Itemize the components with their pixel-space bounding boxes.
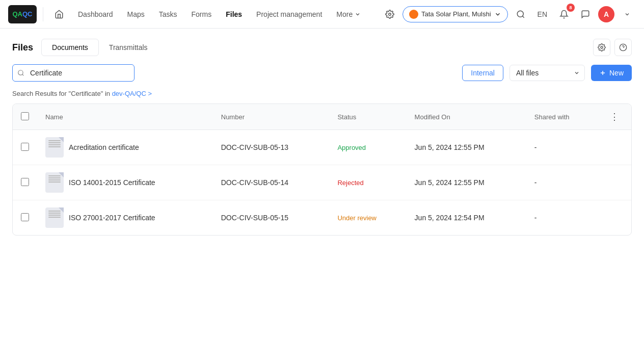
col-name: Name	[37, 104, 213, 130]
svg-point-0	[389, 13, 391, 15]
row1-number: DOC-CIV-SUB-05-13	[213, 130, 330, 165]
row3-checkbox[interactable]	[21, 213, 29, 221]
search-input-wrap	[12, 64, 135, 82]
svg-point-6	[18, 70, 23, 75]
col-number: Number	[213, 104, 330, 130]
nav-more[interactable]: More	[331, 7, 366, 21]
page-settings-btn[interactable]	[593, 39, 610, 56]
language-btn[interactable]: EN	[533, 8, 551, 20]
nav-project-management[interactable]: Project management	[251, 7, 327, 21]
tab-transmittals[interactable]: Transmittals	[99, 39, 158, 56]
row1-checkbox[interactable]	[21, 143, 29, 151]
row3-name-cell: ISO 27001-2017 Certificate	[37, 200, 213, 236]
row3-status: Under review	[329, 200, 406, 236]
row1-status: Approved	[329, 130, 406, 165]
col-modified-on: Modified On	[407, 104, 526, 130]
table-header-row: Name Number Status Modified On Shared wi…	[13, 104, 631, 130]
select-all-checkbox[interactable]	[21, 112, 29, 120]
row2-shared: -	[526, 165, 598, 200]
files-table: Name Number Status Modified On Shared wi…	[13, 104, 631, 235]
col-status: Status	[329, 104, 406, 130]
row2-modified: Jun 5, 2024 12:55 PM	[407, 165, 526, 200]
table-row: ISO 14001-2015 Certificate DOC-CIV-SUB-0…	[13, 165, 631, 200]
logo-qc: QC	[22, 10, 33, 18]
row2-checkbox-cell	[13, 165, 37, 200]
logo: QA QC	[8, 5, 37, 23]
settings-icon-btn[interactable]	[381, 6, 398, 23]
nav-maps[interactable]: Maps	[122, 7, 150, 21]
page-settings-row	[593, 39, 632, 56]
row3-file-icon	[45, 207, 64, 228]
nav-forms[interactable]: Forms	[186, 7, 217, 21]
new-btn-label: New	[609, 69, 624, 77]
nav-dashboard[interactable]: Dashboard	[73, 7, 118, 21]
project-selector[interactable]: Tata Solar Plant, Mulshi	[403, 6, 508, 22]
row3-modified: Jun 5, 2024 12:54 PM	[407, 200, 526, 236]
row2-status: Rejected	[329, 165, 406, 200]
row1-actions	[598, 130, 631, 165]
search-input[interactable]	[12, 64, 135, 82]
row1-modified: Jun 5, 2024 12:55 PM	[407, 130, 526, 165]
notification-badge: 8	[567, 4, 575, 12]
page-help-btn[interactable]	[614, 39, 632, 56]
nav-files[interactable]: Files	[221, 7, 247, 21]
row3-shared: -	[526, 200, 598, 236]
row1-file-icon	[45, 137, 64, 158]
row1-checkbox-cell	[13, 130, 37, 165]
tab-documents[interactable]: Documents	[41, 39, 99, 56]
logo-qa: QA	[13, 10, 23, 18]
row2-file-icon	[45, 172, 64, 193]
tabs: Documents Transmittals	[41, 39, 158, 56]
row2-actions	[598, 165, 631, 200]
col-shared-with: Shared with	[526, 104, 598, 130]
svg-line-7	[22, 74, 24, 76]
files-table-wrap: Name Number Status Modified On Shared wi…	[12, 103, 632, 236]
filter-select-wrap: All files My files Shared with me	[509, 65, 585, 81]
new-btn[interactable]: New	[591, 65, 632, 81]
row1-name-cell: Acreditation certificate	[37, 130, 213, 165]
nav-tasks[interactable]: Tasks	[154, 7, 182, 21]
row3-number: DOC-CIV-SUB-05-15	[213, 200, 330, 236]
row3-actions	[598, 200, 631, 236]
svg-point-3	[601, 46, 603, 48]
row2-number: DOC-CIV-SUB-05-14	[213, 165, 330, 200]
search-result-link[interactable]: dev-QA/QC >	[112, 90, 152, 97]
nav-home-icon[interactable]	[49, 7, 69, 22]
row1-name[interactable]: Acreditation certificate	[69, 143, 139, 151]
messages-btn[interactable]	[577, 6, 594, 23]
filter-select[interactable]: All files My files Shared with me	[509, 65, 585, 81]
row2-name[interactable]: ISO 14001-2015 Certificate	[69, 178, 155, 187]
search-result-text: Search Results for "Certificate" in dev-…	[12, 90, 632, 97]
page-content: Files Documents Transmittals Internal Al…	[0, 29, 644, 246]
notification-wrapper: 8	[555, 6, 573, 23]
search-btn[interactable]	[512, 6, 529, 23]
table-row: ISO 27001-2017 Certificate DOC-CIV-SUB-0…	[13, 200, 631, 236]
col-actions: ⋮	[598, 104, 631, 130]
internal-btn[interactable]: Internal	[462, 65, 503, 81]
project-name: Tata Solar Plant, Mulshi	[421, 10, 491, 18]
avatar-chevron[interactable]	[619, 6, 636, 23]
toolbar: Internal All files My files Shared with …	[12, 64, 632, 82]
svg-line-2	[522, 16, 524, 17]
row2-checkbox[interactable]	[21, 178, 29, 186]
table-more-options-btn[interactable]: ⋮	[606, 110, 623, 123]
top-navigation: QA QC Dashboard Maps Tasks Forms Files P…	[0, 0, 644, 29]
page-title-row: Files Documents Transmittals	[12, 39, 158, 56]
row3-checkbox-cell	[13, 200, 37, 236]
project-dot	[409, 10, 418, 19]
row1-shared: -	[526, 130, 598, 165]
row2-name-cell: ISO 14001-2015 Certificate	[37, 165, 213, 200]
row3-name[interactable]: ISO 27001-2017 Certificate	[69, 214, 155, 222]
page-header: Files Documents Transmittals	[12, 39, 632, 56]
table-row: Acreditation certificate DOC-CIV-SUB-05-…	[13, 130, 631, 165]
col-checkbox	[13, 104, 37, 130]
nav-divider	[43, 7, 43, 21]
avatar-btn[interactable]: A	[598, 6, 614, 22]
svg-point-1	[517, 11, 523, 17]
page-title: Files	[12, 42, 33, 53]
